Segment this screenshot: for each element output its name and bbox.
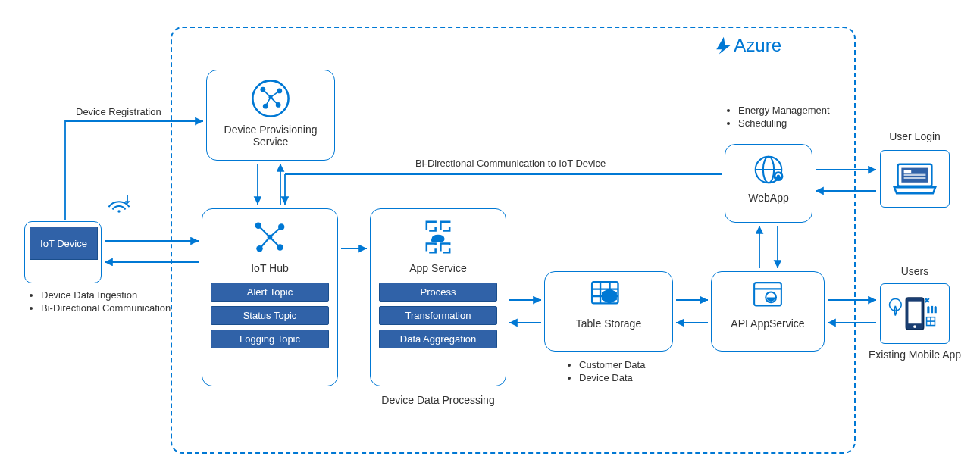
app-service-title: App Service xyxy=(409,262,466,274)
mobile-node xyxy=(880,283,950,344)
svg-rect-47 xyxy=(927,317,930,320)
api-appservice-icon xyxy=(750,280,785,313)
svg-rect-41 xyxy=(927,308,929,313)
app-service-item: Transformation xyxy=(379,306,497,325)
iot-hub-title: IoT Hub xyxy=(251,262,289,274)
svg-point-45 xyxy=(935,306,937,308)
app-service-node: App Service Process Transformation Data … xyxy=(370,208,506,386)
dps-icon xyxy=(250,78,291,119)
app-service-item: Data Aggregation xyxy=(379,330,497,348)
users-label: Users xyxy=(854,265,975,277)
svg-line-17 xyxy=(270,227,281,238)
azure-label: Azure xyxy=(734,35,781,56)
webapp-title: WebApp xyxy=(748,192,788,204)
bi-directional-label: Bi-Directional Communication to IoT Devi… xyxy=(415,158,606,169)
webapp-icon xyxy=(751,152,786,187)
laptop-icon xyxy=(891,161,939,197)
iot-hub-icon xyxy=(249,217,290,258)
svg-rect-37 xyxy=(904,177,926,179)
iot-device-node: IoT Device xyxy=(24,221,102,283)
svg-rect-48 xyxy=(931,317,935,320)
svg-line-18 xyxy=(260,237,271,248)
device-registration-label: Device Registration xyxy=(76,106,161,117)
table-storage-title: Table Storage xyxy=(576,317,641,330)
svg-rect-39 xyxy=(908,302,921,324)
existing-mobile-app-label: Existing Mobile App xyxy=(854,348,975,361)
table-storage-node: Table Storage xyxy=(544,271,673,352)
svg-rect-35 xyxy=(904,170,912,173)
svg-marker-25 xyxy=(602,289,617,304)
table-storage-icon xyxy=(590,280,628,313)
wifi-icon xyxy=(106,192,132,216)
device-data-processing-label: Device Data Processing xyxy=(377,394,499,406)
iot-hub-node: IoT Hub Alert Topic Status Topic Logging… xyxy=(202,208,338,386)
svg-line-7 xyxy=(263,89,271,97)
laptop-node xyxy=(880,150,950,208)
svg-point-44 xyxy=(927,306,929,308)
user-login-label: User Login xyxy=(854,130,975,142)
svg-rect-49 xyxy=(927,322,930,325)
svg-line-16 xyxy=(258,226,270,237)
iot-hub-topic: Status Topic xyxy=(211,306,329,325)
azure-icon xyxy=(712,35,734,56)
dps-node: Device Provisioning Service xyxy=(206,70,335,161)
svg-line-8 xyxy=(271,91,280,97)
dps-title: Device Provisioning Service xyxy=(213,123,328,148)
svg-rect-36 xyxy=(904,174,926,176)
svg-rect-43 xyxy=(935,308,937,313)
iot-hub-topic: Logging Topic xyxy=(211,330,329,348)
svg-rect-50 xyxy=(931,322,935,325)
svg-point-40 xyxy=(913,325,916,328)
table-storage-bullets: Customer Data Device Data xyxy=(565,359,702,385)
svg-point-32 xyxy=(773,171,783,181)
svg-rect-42 xyxy=(931,306,933,313)
app-service-item: Process xyxy=(379,283,497,302)
svg-line-19 xyxy=(270,237,280,248)
iot-device-title: IoT Device xyxy=(30,227,98,260)
webapp-node: WebApp xyxy=(725,144,812,223)
svg-point-0 xyxy=(117,210,120,212)
svg-line-9 xyxy=(265,97,271,106)
iot-device-bullets: Device Data Ingestion Bi-Directional Com… xyxy=(27,289,186,315)
diagram-canvas: Azure IoT Device Device Data Ingestion B… xyxy=(0,0,980,475)
webapp-bullets: Energy Management Scheduling xyxy=(725,105,861,130)
iot-hub-topic: Alert Topic xyxy=(211,283,329,302)
api-appservice-node: API AppService xyxy=(711,271,825,352)
mobile-icon xyxy=(888,292,941,336)
azure-logo: Azure xyxy=(712,35,781,56)
api-appservice-title: API AppService xyxy=(731,317,804,330)
svg-line-10 xyxy=(271,97,278,105)
app-service-icon xyxy=(418,217,459,258)
